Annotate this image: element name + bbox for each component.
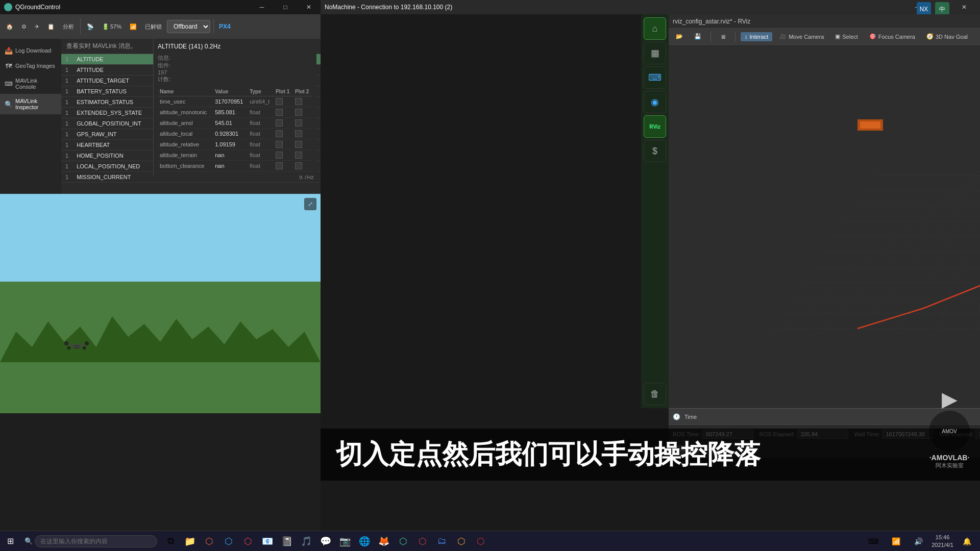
rviz-select-button[interactable]: ▣ Select	[831, 32, 862, 41]
taskbar-file-explorer[interactable]: 📁	[181, 532, 199, 550]
field-plot2[interactable]	[293, 118, 312, 129]
field-plot2[interactable]	[293, 139, 312, 150]
gps-icon: 📶	[130, 23, 137, 30]
field-plot2[interactable]	[293, 161, 312, 171]
qgc-battery-button[interactable]: 🔋 57%	[99, 21, 125, 32]
field-plot1[interactable]	[274, 107, 293, 118]
taskbar-app-15[interactable]: ⬡	[452, 532, 471, 550]
svg-point-2	[64, 341, 68, 345]
taskbar-app-11[interactable]: 🦊	[375, 532, 393, 550]
search-icon: 🔍	[24, 537, 33, 545]
qgc-maximize-button[interactable]: □	[274, 0, 297, 14]
qgc-plan-button[interactable]: 📋	[44, 21, 58, 32]
field-plot1[interactable]	[274, 161, 293, 171]
field-name: time_usec	[158, 96, 213, 107]
list-item: altitude_monotonic 585.081 float	[158, 107, 312, 118]
rviz-browser-tool[interactable]: ◉	[644, 91, 666, 113]
field-plot2[interactable]	[293, 96, 312, 107]
msg-id: 1	[61, 151, 72, 161]
nm-close-button[interactable]: ✕	[952, 0, 976, 14]
camera-toggle-button[interactable]: ⤢	[304, 198, 316, 210]
toolbar-divider-2	[735, 32, 736, 42]
taskbar-app-14[interactable]: 🗂	[433, 532, 451, 550]
field-value: 1.09159	[213, 139, 248, 150]
taskbar-volume-icon[interactable]: 🔊	[909, 532, 927, 550]
svg-line-18	[771, 155, 980, 339]
rviz-home-tool[interactable]: ⌂	[644, 17, 666, 40]
qgc-telemetry-button[interactable]: 📡	[84, 21, 97, 32]
watermark-brand-text: ·AMOVLAB·	[929, 454, 970, 462]
play-button-icon[interactable]: ▶	[942, 387, 958, 411]
taskbar-network-icon[interactable]: 📶	[887, 532, 905, 550]
rviz-move-camera-button[interactable]: 🎥 Move Camera	[775, 32, 828, 41]
subtitle-bar: 切入定点然后我们可以手动操控降落	[321, 429, 980, 481]
qgc-settings-button[interactable]: ⚙	[18, 21, 30, 32]
taskbar-search-area[interactable]: 🔍	[20, 535, 157, 547]
interact-icon: ↕	[745, 34, 748, 40]
col-value: Value	[213, 87, 248, 96]
taskbar-app-10[interactable]: 🌐	[355, 532, 374, 550]
field-type: float	[248, 150, 274, 161]
field-plot2[interactable]	[293, 107, 312, 118]
qgc-minimize-button[interactable]: ─	[250, 0, 274, 14]
taskbar-app-2[interactable]: ⬡	[200, 532, 218, 550]
taskbar-app-16[interactable]: ⬡	[472, 532, 490, 550]
field-value: nan	[213, 161, 248, 171]
rviz-terminal-tool[interactable]: $	[644, 140, 666, 162]
taskbar-app-6[interactable]: 📓	[278, 532, 296, 550]
field-plot1[interactable]	[274, 139, 293, 150]
qgc-offboard-select[interactable]: Offboard	[167, 20, 210, 33]
col-plot2: Plot 2	[293, 87, 312, 96]
select-label: Select	[842, 34, 858, 40]
rviz-rviz-tool[interactable]: RViz	[644, 115, 666, 138]
rviz-bottom-tool[interactable]: 🗑	[644, 383, 666, 405]
taskbar-app-13[interactable]: ⬡	[413, 532, 432, 550]
taskbar-app-3[interactable]: ⬡	[219, 532, 238, 550]
detail-fields-table: Name Value Type Plot 1 Plot 2 time_usec …	[158, 87, 312, 171]
rviz-save-button[interactable]: 💾	[690, 32, 705, 41]
field-plot1[interactable]	[274, 150, 293, 161]
rviz-interact-button[interactable]: ↕ Interact	[741, 32, 772, 41]
field-plot1[interactable]	[274, 118, 293, 129]
field-plot1[interactable]	[274, 96, 293, 107]
start-button[interactable]: ⊞	[0, 531, 20, 552]
detail-count-label: 计数:	[158, 76, 312, 83]
field-plot2[interactable]	[293, 129, 312, 139]
taskbar-app-7[interactable]: 🎵	[297, 532, 315, 550]
analyze-label: 分析	[63, 23, 74, 31]
rviz-focus-camera-button[interactable]: 🎯 Focus Camera	[865, 32, 919, 41]
taskbar-app-4[interactable]: ⬡	[239, 532, 257, 550]
rviz-left-toolbar: ⌂ ▦ ⌨ ◉ RViz $ 🗑	[641, 14, 669, 408]
sidebar-item-mavlink-inspector[interactable]: 🔍 MAVLink Inspector	[0, 94, 61, 114]
detail-comp-label: 组件:	[158, 62, 312, 69]
taskbar-keyboard-icon[interactable]: ⌨	[864, 532, 883, 550]
rviz-nav-goal-button[interactable]: 🧭 3D Nav Goal	[922, 32, 972, 41]
qgc-gps-button[interactable]: 📶	[127, 21, 140, 32]
sidebar-item-mavlink-console[interactable]: ⌨ MAVLink Console	[0, 73, 61, 94]
rviz-3d-view[interactable]: ›	[669, 45, 980, 408]
sidebar-item-log-download[interactable]: 📥 Log Download	[0, 43, 61, 58]
qgc-home-button[interactable]: 🏠	[3, 21, 16, 32]
taskbar-app-9[interactable]: 📷	[336, 532, 354, 550]
qgc-analyze-button[interactable]: 分析	[60, 21, 77, 33]
qgc-mode-button[interactable]: 已解锁	[142, 21, 165, 33]
rviz-display-button[interactable]: 🖥	[716, 32, 730, 41]
field-type: float	[248, 107, 274, 118]
rviz-code-tool[interactable]: ⌨	[644, 66, 666, 89]
svg-line-23	[975, 155, 980, 339]
notification-button[interactable]: 🔔	[958, 532, 976, 550]
field-plot1[interactable]	[274, 129, 293, 139]
field-plot2[interactable]	[293, 150, 312, 161]
taskbar-app-12[interactable]: ⬡	[394, 532, 412, 550]
taskbar-app-5[interactable]: 📧	[258, 532, 277, 550]
rviz-open-button[interactable]: 📂	[672, 32, 687, 41]
qgc-close-button[interactable]: ✕	[297, 0, 321, 14]
taskbar-app-8[interactable]: 💬	[316, 532, 335, 550]
taskbar-task-view[interactable]: ⧉	[161, 532, 180, 550]
download-icon: 📥	[5, 47, 12, 54]
taskbar-search-input[interactable]	[35, 535, 157, 547]
move-camera-label: Move Camera	[789, 34, 824, 40]
sidebar-item-geotag[interactable]: 🗺 GeoTag Images	[0, 58, 61, 73]
rviz-grid-tool[interactable]: ▦	[644, 42, 666, 64]
qgc-vehicle-button[interactable]: ✈	[32, 21, 42, 32]
